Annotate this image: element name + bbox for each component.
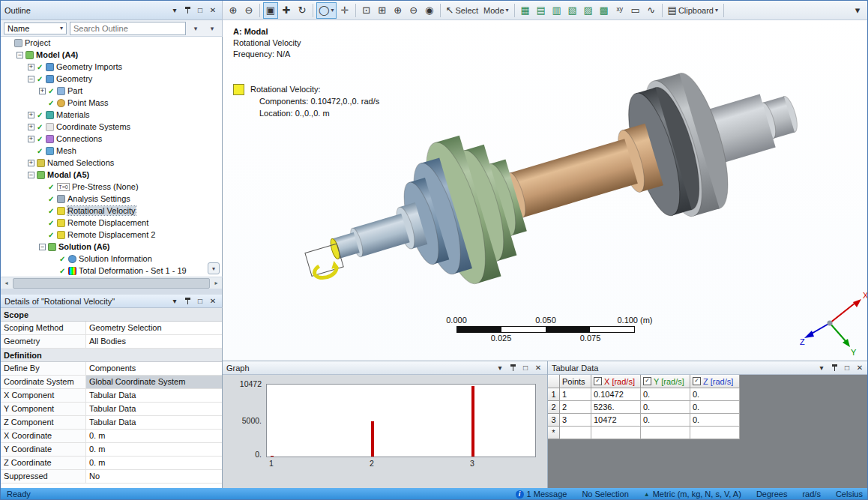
table-cell[interactable]: 0.	[690, 388, 740, 401]
tree-item-total-deformation-set-1-19[interactable]: ✓Total Deformation - Set 1 - 19	[1, 265, 222, 277]
expand-all-button[interactable]: ▾	[189, 22, 202, 35]
details-row-z-component[interactable]: Z ComponentTabular Data	[1, 416, 222, 430]
table-cell[interactable]: 0.	[641, 401, 690, 414]
details-row-x-component[interactable]: X ComponentTabular Data	[1, 389, 222, 403]
table-cell[interactable]: 0.	[690, 401, 740, 414]
chevron-down-icon[interactable]: ▾	[495, 363, 505, 373]
row-header-cell[interactable]: 3	[548, 414, 560, 427]
chevron-down-icon[interactable]: ▾	[816, 363, 827, 373]
rotate-button[interactable]: ↻	[295, 2, 310, 19]
details-row-geometry[interactable]: GeometryAll Bodies	[1, 335, 222, 349]
row-header-cell[interactable]: 2	[548, 401, 560, 414]
viewport-3d[interactable]: A: Modal Rotational Velocity Frequency: …	[223, 20, 868, 361]
pin-icon[interactable]	[829, 363, 840, 373]
maximize-icon[interactable]: □	[520, 363, 531, 373]
pick-button[interactable]: ✚	[279, 2, 294, 19]
details-value[interactable]: Tabular Data	[86, 389, 222, 402]
status-units[interactable]: ▲ Metric (m, kg, N, s, V, A)	[644, 490, 741, 499]
tree-item-geometry-imports[interactable]: +✓Geometry Imports	[1, 61, 222, 73]
magnify-in-button[interactable]: ⊕	[391, 2, 406, 19]
name-filter-dropdown[interactable]: Name ▾	[4, 22, 67, 34]
details-row-y-component[interactable]: Y ComponentTabular Data	[1, 403, 222, 416]
table-cell[interactable]: 0.	[690, 414, 740, 427]
maximize-icon[interactable]: □	[195, 5, 205, 15]
scroll-left-icon[interactable]: ◂	[1, 278, 12, 289]
maximize-icon[interactable]: □	[195, 296, 205, 306]
row-header-cell[interactable]: 1	[548, 388, 560, 401]
expand-icon[interactable]: +	[28, 112, 34, 118]
pin-icon[interactable]	[182, 296, 193, 306]
checkbox-checked-icon[interactable]: ✓	[594, 377, 602, 385]
close-icon[interactable]: ✕	[208, 5, 218, 15]
select-lasso-button[interactable]: ◯▾	[316, 2, 337, 19]
pin-icon[interactable]	[182, 5, 193, 15]
tree-item-geometry[interactable]: −✓Geometry	[1, 73, 222, 85]
box-zoom-button[interactable]: ▣	[263, 2, 278, 19]
show-labels-button[interactable]: ▭	[628, 2, 643, 19]
tree-item-connections[interactable]: +✓Connections	[1, 133, 222, 145]
collapse-icon[interactable]: −	[39, 244, 46, 250]
show-mesh-button[interactable]: ▤	[534, 2, 549, 19]
zoom-in-button[interactable]: ⊕	[226, 2, 241, 19]
table-cell[interactable]	[591, 427, 641, 439]
column-header-y-rad-s[interactable]: ✓Y [rad/s]	[641, 375, 690, 388]
move-button[interactable]: ✛	[337, 2, 352, 19]
column-header-x-rad-s[interactable]: ✓X [rad/s]	[591, 375, 641, 388]
zoom-out-button[interactable]: ⊖	[241, 2, 256, 19]
tree-item-named-selections[interactable]: +Named Selections	[1, 157, 222, 169]
pin-icon[interactable]	[507, 363, 518, 373]
previous-view-button[interactable]: ◉	[422, 2, 437, 19]
checkbox-checked-icon[interactable]: ✓	[643, 377, 651, 385]
chart-tool-button[interactable]: ∿	[644, 2, 659, 19]
tree-item-solution-information[interactable]: ✓Solution Information	[1, 253, 222, 265]
row-header-cell[interactable]: *	[548, 427, 560, 439]
search-outline-input[interactable]	[70, 22, 186, 35]
graph-plot-area[interactable]	[266, 384, 536, 457]
select-menu-button[interactable]: ↖Select	[444, 2, 480, 19]
scroll-down-icon[interactable]: ▾	[208, 262, 220, 274]
tree-item-part[interactable]: +✓Part	[1, 85, 222, 97]
tree-item-rotational-velocity[interactable]: ✓Rotational Velocity	[1, 205, 222, 217]
expand-icon[interactable]: +	[39, 88, 46, 94]
wireframe-button[interactable]: ▦	[518, 2, 533, 19]
close-vertices-button[interactable]: ▧	[565, 2, 580, 19]
clipboard-menu-button[interactable]: ▤Clipboard▾	[666, 2, 720, 19]
details-row-z-coordinate[interactable]: Z Coordinate0. m	[1, 457, 222, 470]
section-plane-button[interactable]: ▩	[597, 2, 612, 19]
details-value[interactable]: Tabular Data	[86, 416, 222, 429]
details-row-scoping-method[interactable]: Scoping MethodGeometry Selection	[1, 322, 222, 335]
details-value[interactable]: Geometry Selection	[86, 322, 222, 334]
zoom-window-button[interactable]: ⊞	[375, 2, 390, 19]
edge-coloring-button[interactable]: ▨	[581, 2, 596, 19]
close-icon[interactable]: ✕	[533, 363, 543, 373]
expand-icon[interactable]: +	[28, 124, 34, 130]
tree-item-point-mass[interactable]: ✓Point Mass	[1, 97, 222, 109]
details-value[interactable]: 0. m	[86, 443, 222, 456]
collapse-icon[interactable]: −	[28, 172, 34, 178]
tree-item-project[interactable]: Project	[1, 37, 222, 49]
toolbar-overflow-button[interactable]: ▾	[850, 2, 865, 19]
collapse-icon[interactable]: −	[28, 76, 34, 82]
chevron-down-icon[interactable]: ▾	[169, 5, 180, 15]
tree-item-solution-a6[interactable]: −Solution (A6)	[1, 241, 222, 253]
table-cell[interactable]: 3	[560, 414, 591, 427]
table-cell[interactable]: 2	[560, 401, 591, 414]
table-cell[interactable]: 0.	[641, 414, 690, 427]
tree-item-model-a4[interactable]: −Model (A4)	[1, 49, 222, 61]
table-cell[interactable]: 5236.	[591, 401, 641, 414]
table-cell[interactable]: 0.10472	[591, 388, 641, 401]
expand-icon[interactable]: +	[28, 160, 34, 166]
magnify-out-button[interactable]: ⊖	[406, 2, 421, 19]
details-value[interactable]: Components	[86, 362, 222, 375]
tree-item-coordinate-systems[interactable]: +✓Coordinate Systems	[1, 121, 222, 133]
mode-menu-button[interactable]: Mode▾	[481, 2, 511, 19]
tree-item-modal-a5[interactable]: −Modal (A5)	[1, 169, 222, 181]
zoom-fit-button[interactable]: ⊡	[359, 2, 374, 19]
column-header-z-rad-s[interactable]: ✓Z [rad/s]	[690, 375, 740, 388]
tree-item-mesh[interactable]: ✓Mesh	[1, 145, 222, 157]
table-cell[interactable]: 10472	[591, 414, 641, 427]
table-cell[interactable]: 0.	[641, 388, 690, 401]
details-row-y-coordinate[interactable]: Y Coordinate0. m	[1, 443, 222, 457]
table-cell[interactable]	[690, 427, 740, 439]
orientation-triad[interactable]: X Y Z	[800, 287, 868, 358]
